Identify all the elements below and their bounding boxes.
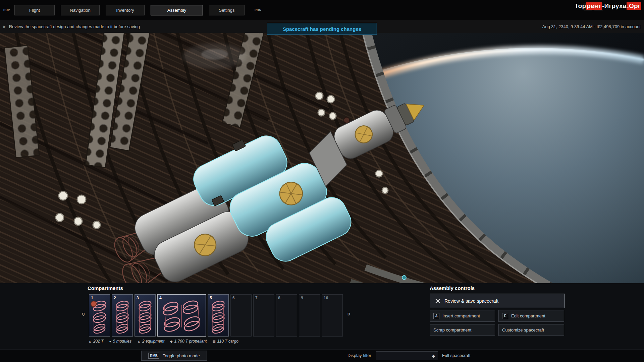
customize-spacecraft-button[interactable]: Customize spacecraft: [498, 324, 564, 336]
stat-cargo-text: 110 T cargo: [217, 339, 238, 344]
display-filter-dropdown[interactable]: ◆: [376, 351, 438, 360]
cargo-icon: ▦: [212, 340, 215, 343]
photo-mode-label: Toggle photo mode: [163, 353, 200, 358]
compartment-slot-5[interactable]: 5: [208, 294, 229, 337]
insert-compartment-button[interactable]: A Insert compartment: [430, 310, 495, 322]
slot-number: 3: [137, 296, 139, 300]
tab-inventory[interactable]: Inventory: [106, 5, 145, 15]
scrap-compartment-button[interactable]: Scrap compartment: [430, 324, 495, 336]
site-watermark: Тор рент -Игруха .Орг: [575, 2, 641, 10]
datetime-account-text: Aug 31, 2340, 9:39:44 AM - I€2,498,709 i…: [542, 24, 641, 29]
display-filter-value: Full spacecraft: [442, 353, 471, 358]
compartment-slot-10[interactable]: 10: [322, 294, 343, 337]
stat-equipment-text: 2 equipment: [142, 339, 164, 344]
slot-number: 1: [91, 296, 93, 300]
slot-number: 9: [301, 296, 303, 300]
mass-icon: ▲: [88, 340, 92, 343]
photo-mode-button[interactable]: RMB Toggle photo mode: [141, 351, 207, 361]
compartment-slot-1[interactable]: 1: [89, 294, 110, 337]
viewport[interactable]: [0, 33, 644, 283]
pending-changes-banner: Spacecraft has pending changes: [267, 23, 377, 35]
key-badge-e: E: [502, 313, 508, 319]
slot-number: 7: [255, 296, 258, 300]
compartment-slot-9[interactable]: 9: [299, 294, 320, 337]
bottom-panel: Compartments Q 1 2 3 4 5: [0, 283, 644, 349]
tab-navigation[interactable]: Navigation: [61, 5, 100, 15]
compartment-slot-4[interactable]: 4: [157, 294, 206, 337]
compartment-slots: 1 2 3 4 5 6 7: [89, 294, 343, 337]
key-hint-pup: PUP: [3, 8, 10, 12]
review-save-label: Review & save spacecraft: [444, 298, 498, 304]
status-hint: ▶ Review the spacecraft design and chang…: [3, 24, 140, 29]
compartment-slot-6[interactable]: 6: [230, 294, 252, 337]
tab-flight[interactable]: Flight: [14, 5, 55, 15]
dropdown-diamond-icon: ◆: [432, 354, 435, 358]
review-save-icon: [435, 298, 441, 304]
slot-number: 10: [324, 296, 328, 300]
modules-icon: ●: [109, 340, 111, 343]
top-tab-bar: PUP Flight Navigation Inventory Assembly…: [0, 0, 644, 20]
slot-number: 8: [278, 296, 280, 300]
tab-assembly[interactable]: Assembly: [151, 5, 203, 15]
watermark-text-1: Тор: [575, 2, 586, 10]
module-thumbnail: [158, 295, 206, 336]
watermark-text-3: -Игруха: [602, 2, 627, 10]
status-hint-text: Review the spacecraft design and changes…: [9, 24, 140, 29]
module-thumbnail: [112, 295, 132, 336]
scrap-compartment-label: Scrap compartment: [433, 327, 471, 333]
app-root: PUP Flight Navigation Inventory Assembly…: [0, 0, 644, 362]
edit-compartment-label: Edit compartment: [511, 313, 545, 318]
stat-equipment: ▲ 2 equipment: [137, 339, 164, 344]
module-thumbnail: [135, 295, 155, 336]
viewport-scene: [0, 33, 644, 283]
spacecraft-stats: ▲ 202 T ● 5 modules ▲ 2 equipment ◆ 1,76…: [88, 339, 238, 344]
bottom-bar: RMB Toggle photo mode Display filter ◆ F…: [0, 349, 644, 362]
compartment-slot-3[interactable]: 3: [135, 294, 156, 337]
stat-modules: ● 5 modules: [109, 339, 131, 344]
customize-spacecraft-label: Customize spacecraft: [502, 327, 544, 333]
slot-number: 4: [159, 296, 162, 300]
slot-number: 6: [232, 296, 235, 300]
edit-compartment-button[interactable]: E Edit compartment: [498, 310, 564, 322]
key-badge-a: A: [433, 313, 439, 319]
watermark-text-2: рент: [586, 2, 602, 10]
review-save-button[interactable]: Review & save spacecraft: [430, 294, 565, 308]
module-thumbnail: [208, 295, 228, 336]
key-badge-rmb: RMB: [148, 353, 159, 359]
compartment-slot-2[interactable]: 2: [112, 294, 133, 337]
stat-cargo: ▦ 110 T cargo: [212, 339, 238, 344]
watermark-text-4: .Орг: [627, 2, 641, 10]
key-hint-q: Q: [82, 312, 85, 316]
display-filter-label: Display filter: [347, 353, 371, 358]
stat-propellant-text: 1,760 T propellant: [174, 339, 207, 344]
insert-compartment-label: Insert compartment: [442, 313, 480, 318]
key-hint-pdn: PDN: [255, 8, 262, 12]
equipment-icon: ▲: [137, 340, 141, 343]
propellant-icon: ◆: [170, 340, 173, 343]
compartments-title: Compartments: [88, 285, 123, 291]
stat-mass: ▲ 202 T: [88, 339, 104, 344]
module-thumbnail: [89, 295, 110, 336]
stat-mass-text: 202 T: [93, 339, 104, 344]
stat-modules-text: 5 modules: [113, 339, 131, 344]
stat-propellant: ◆ 1,760 T propellant: [170, 339, 207, 344]
compartment-slot-7[interactable]: 7: [253, 294, 274, 337]
tab-settings[interactable]: Settings: [209, 5, 245, 15]
slot-number: 2: [114, 296, 116, 300]
key-hint-d: D: [347, 312, 350, 316]
slot-number: 5: [210, 296, 212, 300]
assembly-controls-title: Assembly controls: [430, 285, 475, 291]
hint-arrow-icon: ▶: [3, 25, 6, 28]
compartment-slot-8[interactable]: 8: [276, 294, 297, 337]
